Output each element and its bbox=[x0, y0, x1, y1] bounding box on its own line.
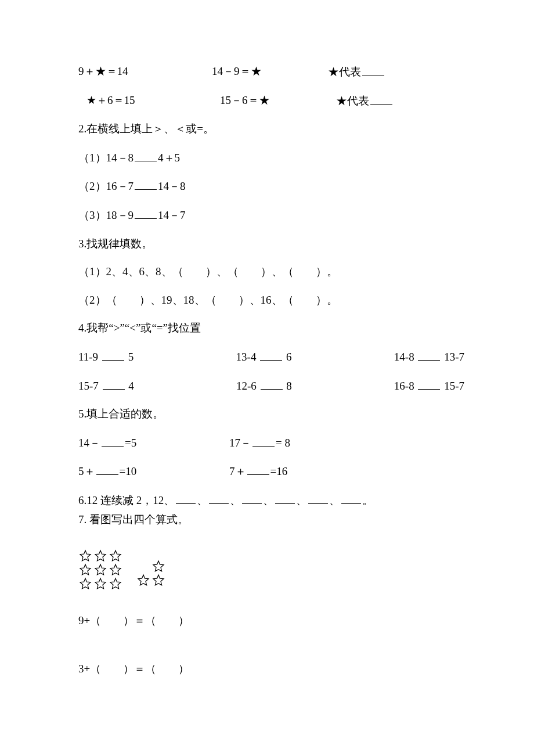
eq-2a: ★＋6＝15 bbox=[86, 93, 220, 109]
q6-blank-6[interactable] bbox=[341, 492, 361, 504]
q5-blank-1-1[interactable] bbox=[102, 435, 124, 447]
q4-2-2: 12-6 8 bbox=[236, 378, 292, 394]
star-icon bbox=[109, 549, 122, 563]
q6-blank-1[interactable] bbox=[176, 492, 196, 504]
q4-2-1: 15-7 4 bbox=[78, 378, 134, 394]
eq-1a: 9＋★＝14 bbox=[78, 64, 212, 80]
q3-item-2: （2）（ ）、19、18、（ ）、16、（ ）。 bbox=[78, 293, 456, 308]
q3-item-1: （1）2、4、6、8、（ ）、（ ）、（ ）。 bbox=[78, 264, 456, 280]
q2-item-3: （3）18－914－7 bbox=[78, 207, 456, 224]
q2-item-1: （1）14－84＋5 bbox=[78, 150, 456, 166]
q5-2-1: 5＋=10 bbox=[78, 463, 229, 480]
eq-1c: ★代表 bbox=[328, 64, 385, 80]
star-icon bbox=[78, 577, 92, 591]
star-equation-row-2: ★＋6＝15 15－6＝★ ★代表 bbox=[78, 93, 456, 109]
q4-title: 4.我帮“>”“<”或“=”找位置 bbox=[78, 321, 456, 336]
q2-item-2: （2）16－714－8 bbox=[78, 178, 456, 195]
eq-2b: 15－6＝★ bbox=[220, 93, 336, 109]
star-icon bbox=[136, 574, 150, 588]
star-group-3 bbox=[136, 560, 167, 588]
q5-blank-2-2[interactable] bbox=[247, 463, 269, 475]
q3-title: 3.找规律填数。 bbox=[78, 236, 456, 252]
star-represents-label-1: ★代表 bbox=[328, 66, 361, 78]
q6-blank-4[interactable] bbox=[275, 492, 295, 504]
star-icon bbox=[109, 577, 122, 591]
q6-line: 6.12 连续减 2，12、、、、、、。 bbox=[78, 492, 456, 509]
q2-title: 2.在横线上填上＞、＜或=。 bbox=[78, 121, 456, 137]
q4-row-1: 11-9 5 13-4 6 14-8 13-7 bbox=[78, 349, 464, 365]
q2-3-right: 14－7 bbox=[158, 209, 186, 221]
q2-3-left: （3）18－9 bbox=[78, 209, 134, 221]
star-represents-label-2: ★代表 bbox=[336, 95, 369, 107]
q4-blank-1-3[interactable] bbox=[418, 349, 440, 361]
q4-blank-1-1[interactable] bbox=[102, 349, 124, 361]
q2-1-blank[interactable] bbox=[135, 150, 157, 161]
q4-1-1: 11-9 5 bbox=[78, 349, 134, 365]
star-icon bbox=[151, 574, 165, 588]
q5-1-2: 17－= 8 bbox=[229, 435, 290, 451]
q2-1-left: （1）14－8 bbox=[78, 152, 134, 164]
q6-blank-2[interactable] bbox=[209, 492, 229, 504]
q5-title: 5.填上合适的数。 bbox=[78, 406, 456, 422]
star-icon bbox=[93, 549, 107, 563]
blank-star-2[interactable] bbox=[370, 93, 392, 105]
q7-eq-1: 9+（ ）＝（ ） bbox=[78, 613, 456, 629]
q5-blank-1-2[interactable] bbox=[252, 435, 275, 447]
q4-row-2: 15-7 4 12-6 8 16-8 15-7 bbox=[78, 378, 464, 394]
q6-prefix: 6.12 连续减 2，12、 bbox=[78, 494, 175, 506]
star-group-9 bbox=[78, 549, 124, 591]
star-icon bbox=[151, 560, 165, 574]
eq-1b: 14－9＝★ bbox=[212, 64, 328, 80]
q4-1-3: 14-8 13-7 bbox=[394, 349, 464, 365]
q7-title: 7. 看图写出四个算式。 bbox=[78, 512, 456, 528]
q2-3-blank[interactable] bbox=[135, 207, 157, 219]
q5-row-2: 5＋=10 7＋=16 bbox=[78, 463, 456, 480]
star-icon bbox=[109, 563, 122, 577]
q4-1-2: 13-4 6 bbox=[236, 349, 292, 365]
q2-2-left: （2）16－7 bbox=[78, 180, 134, 192]
q4-2-3: 16-8 15-7 bbox=[394, 378, 464, 394]
q4-blank-2-2[interactable] bbox=[261, 378, 283, 390]
eq-2c: ★代表 bbox=[336, 93, 394, 109]
q6-blank-3[interactable] bbox=[242, 492, 262, 504]
worksheet-page: 9＋★＝14 14－9＝★ ★代表 ★＋6＝15 15－6＝★ ★代表 2.在横… bbox=[0, 0, 534, 756]
q2-2-right: 14－8 bbox=[158, 180, 186, 192]
q5-blank-2-1[interactable] bbox=[96, 463, 118, 475]
q4-blank-1-2[interactable] bbox=[260, 349, 282, 361]
q4-blank-2-3[interactable] bbox=[418, 378, 440, 390]
q2-2-blank[interactable] bbox=[135, 178, 157, 190]
star-icon bbox=[78, 563, 92, 577]
star-icon bbox=[78, 549, 92, 563]
blank-star-1[interactable] bbox=[362, 64, 384, 75]
q6-tail: 。 bbox=[362, 494, 373, 506]
q7-stars-figure bbox=[78, 549, 456, 591]
star-icon bbox=[93, 577, 107, 591]
q6-blank-5[interactable] bbox=[308, 492, 328, 504]
star-icon bbox=[93, 563, 107, 577]
q7-eq-2: 3+（ ）＝（ ） bbox=[78, 661, 456, 677]
q4-blank-2-1[interactable] bbox=[103, 378, 125, 390]
q5-2-2: 7＋=16 bbox=[229, 463, 287, 480]
q2-1-right: 4＋5 bbox=[158, 152, 180, 164]
q5-row-1: 14－=5 17－= 8 bbox=[78, 435, 456, 451]
star-equation-row-1: 9＋★＝14 14－9＝★ ★代表 bbox=[78, 64, 456, 80]
q5-1-1: 14－=5 bbox=[78, 435, 229, 451]
